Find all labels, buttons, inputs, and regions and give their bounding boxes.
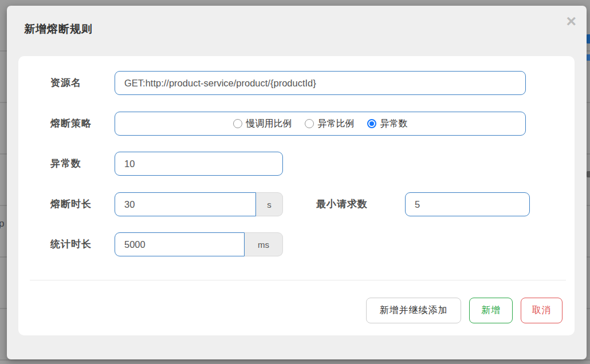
break-duration-label: 熔断时长 (50, 192, 92, 216)
min-requests-label: 最小请求数 (316, 192, 368, 216)
min-requests-input[interactable] (405, 192, 530, 216)
cancel-button[interactable]: 取消 (521, 298, 563, 323)
background-dark-fragment (587, 171, 590, 177)
exception-count-label: 异常数 (50, 152, 81, 176)
exception-count-input[interactable] (115, 152, 283, 176)
radio-option-label: 异常数 (380, 118, 408, 130)
break-duration-group: s (115, 192, 283, 216)
close-icon[interactable]: × (566, 13, 576, 30)
add-circuit-breaker-rule-dialog: 新增熔断规则 × 资源名 熔断策略 慢调用比例 异常比例 异 (7, 6, 587, 359)
dialog-title: 新增熔断规则 (24, 22, 93, 37)
background-blue-fragment-2 (586, 54, 590, 61)
strategy-radio-option[interactable]: 异常比例 (305, 118, 355, 130)
dialog-form-panel: 资源名 熔断策略 慢调用比例 异常比例 异常数 (18, 56, 575, 335)
radio-icon (305, 119, 314, 128)
break-duration-unit: s (256, 192, 283, 216)
add-and-continue-button[interactable]: 新增并继续添加 (366, 298, 461, 323)
strategy-label: 熔断策略 (50, 112, 92, 136)
radio-icon (233, 119, 242, 128)
resource-name-input[interactable] (115, 71, 526, 95)
strategy-radio-group: 慢调用比例 异常比例 异常数 (115, 112, 526, 136)
radio-option-label: 慢调用比例 (246, 118, 292, 130)
stat-duration-label: 统计时长 (50, 232, 92, 256)
stat-duration-group: ms (115, 232, 283, 256)
footer-divider (30, 280, 566, 280)
stat-duration-unit: ms (245, 232, 283, 256)
strategy-radio-option[interactable]: 慢调用比例 (233, 118, 292, 130)
background-blue-fragment (586, 34, 590, 43)
resource-name-label: 资源名 (50, 71, 81, 95)
radio-icon (367, 119, 376, 128)
strategy-radio-option[interactable]: 异常数 (367, 118, 408, 130)
dialog-footer: 新增并继续添加 新增 取消 (366, 298, 563, 323)
add-button[interactable]: 新增 (469, 298, 513, 323)
radio-option-label: 异常比例 (318, 118, 355, 130)
background-partial-text: p (0, 218, 4, 230)
break-duration-input[interactable] (115, 192, 256, 216)
stat-duration-input[interactable] (115, 232, 245, 256)
